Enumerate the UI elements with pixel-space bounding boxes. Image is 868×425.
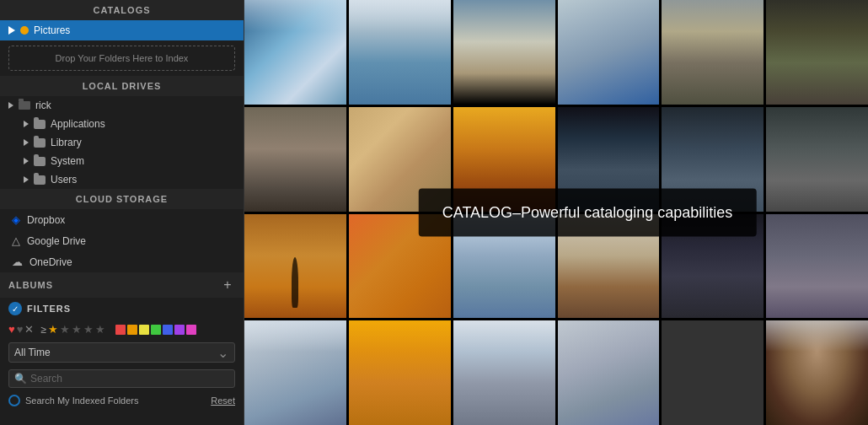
cloud-item-onedrive[interactable]: ☁ OneDrive bbox=[0, 251, 244, 272]
swatch-green[interactable] bbox=[151, 325, 161, 335]
photo-cell[interactable] bbox=[244, 0, 346, 105]
swatch-blue[interactable] bbox=[163, 325, 173, 335]
arrow-icon bbox=[24, 176, 29, 183]
indexed-check-icon[interactable] bbox=[8, 395, 20, 406]
photo-cell[interactable] bbox=[558, 107, 660, 212]
photo-cell[interactable] bbox=[244, 320, 346, 425]
arrow-icon bbox=[24, 121, 29, 127]
photo-cell[interactable] bbox=[662, 0, 764, 105]
photo-cell[interactable] bbox=[766, 0, 868, 105]
folder-icon bbox=[34, 157, 46, 166]
swatch-purple[interactable] bbox=[174, 325, 185, 335]
photo-cell[interactable] bbox=[766, 107, 868, 212]
albums-section-header: ALBUMS + bbox=[0, 272, 244, 298]
sidebar: CATALOGS Pictures Drop Your Folders Here… bbox=[0, 0, 244, 425]
rating-filter[interactable]: ≥ ★ ★ ★ ★ ★ bbox=[40, 323, 105, 336]
photo-cell[interactable] bbox=[244, 214, 346, 319]
arrow-icon bbox=[8, 102, 13, 109]
photo-cell[interactable] bbox=[453, 320, 555, 425]
photo-grid bbox=[244, 0, 868, 425]
photo-cell[interactable] bbox=[349, 320, 451, 425]
search-icon: 🔍 bbox=[14, 373, 27, 385]
folder-icon bbox=[34, 175, 46, 185]
time-select[interactable]: All Time Today This Week This Month This… bbox=[8, 342, 235, 363]
add-album-button[interactable]: + bbox=[220, 277, 235, 293]
photo-cell[interactable] bbox=[766, 320, 868, 425]
dropbox-icon: ◈ bbox=[12, 213, 20, 226]
swatch-red[interactable] bbox=[115, 325, 126, 335]
gdrive-icon: △ bbox=[12, 234, 20, 247]
folder-icon bbox=[34, 138, 46, 148]
onedrive-icon: ☁ bbox=[12, 256, 23, 268]
clear-heart-icon[interactable]: ✕ bbox=[24, 323, 34, 336]
filters-header: FILTERS bbox=[0, 298, 244, 320]
heart-empty-icon: ♥ bbox=[17, 323, 24, 336]
search-bar[interactable]: 🔍 bbox=[8, 369, 235, 388]
filters-check-icon[interactable] bbox=[8, 302, 22, 315]
photo-cell[interactable] bbox=[453, 0, 555, 105]
catalogs-header: CATALOGS bbox=[0, 0, 244, 20]
photo-cell[interactable] bbox=[558, 214, 660, 319]
photo-cell[interactable] bbox=[453, 214, 555, 319]
cloud-item-dropbox[interactable]: ◈ Dropbox bbox=[0, 209, 244, 230]
swatch-orange[interactable] bbox=[127, 325, 137, 335]
cloud-storage-header: CLOUD STORAGE bbox=[0, 189, 244, 209]
folder-item-applications[interactable]: Applications bbox=[0, 115, 244, 133]
photo-cell[interactable] bbox=[244, 107, 346, 212]
folder-item-users[interactable]: Users bbox=[0, 170, 244, 189]
photo-cell[interactable] bbox=[558, 0, 660, 105]
photo-cell[interactable] bbox=[766, 214, 868, 319]
arrow-icon bbox=[24, 139, 29, 146]
photo-cell[interactable] bbox=[349, 107, 451, 212]
drop-zone[interactable]: Drop Your Folders Here to Index bbox=[8, 46, 235, 71]
photo-cell[interactable] bbox=[662, 107, 764, 212]
filter-heart-row: ♥ ♥ ✕ ≥ ★ ★ ★ ★ ★ bbox=[0, 320, 244, 339]
local-drives-header: LOCAL DRIVES bbox=[0, 76, 244, 96]
time-select-wrapper[interactable]: All Time Today This Week This Month This… bbox=[8, 342, 235, 363]
photo-cell[interactable] bbox=[662, 214, 764, 319]
search-input[interactable] bbox=[30, 373, 229, 385]
photo-cell[interactable] bbox=[662, 320, 764, 425]
heart-filled-icon: ♥ bbox=[8, 323, 15, 336]
swatch-yellow[interactable] bbox=[139, 325, 149, 335]
drive-item-rick[interactable]: rick bbox=[0, 96, 244, 115]
cloud-item-gdrive[interactable]: △ Google Drive bbox=[0, 230, 244, 251]
play-icon bbox=[8, 26, 15, 35]
photo-cell[interactable] bbox=[453, 107, 555, 212]
folder-icon bbox=[34, 120, 46, 129]
folder-item-library[interactable]: Library bbox=[0, 133, 244, 152]
folder-item-system[interactable]: System bbox=[0, 152, 244, 170]
photo-cell[interactable] bbox=[558, 320, 660, 425]
indexed-row: Search My Indexed Folders Reset bbox=[0, 391, 244, 410]
photo-cell[interactable] bbox=[349, 0, 451, 105]
swatch-pink[interactable] bbox=[186, 325, 196, 335]
reset-button[interactable]: Reset bbox=[211, 395, 235, 406]
catalog-dot-icon bbox=[20, 26, 29, 35]
photo-cell[interactable] bbox=[349, 214, 451, 319]
color-swatches[interactable] bbox=[115, 325, 196, 335]
heart-filter-icons[interactable]: ♥ ♥ ✕ bbox=[8, 323, 34, 336]
catalog-pictures-item[interactable]: Pictures bbox=[0, 20, 244, 40]
drive-icon bbox=[19, 101, 30, 110]
main-content: CATALOG–Powerful cataloging capabilities bbox=[244, 0, 868, 425]
arrow-icon bbox=[24, 158, 29, 164]
